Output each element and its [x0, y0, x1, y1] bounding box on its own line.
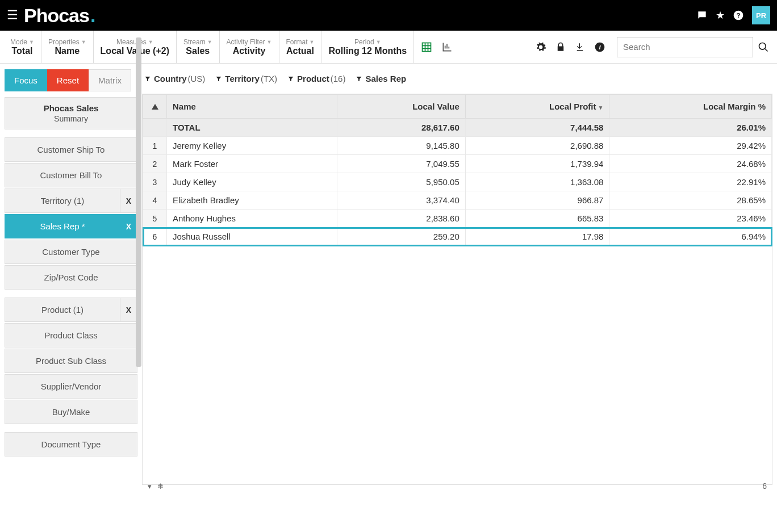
activity-filter-dropdown[interactable]: Activity Filter ▼ Activity — [220, 31, 279, 63]
scrollbar[interactable] — [136, 37, 141, 367]
cell-profit: 1,363.08 — [465, 173, 609, 191]
dimension-button[interactable]: Product (1) — [5, 298, 120, 322]
dimension-button[interactable]: Customer Ship To — [5, 137, 137, 162]
search-icon[interactable] — [753, 41, 774, 53]
brand-text: Phocas — [24, 5, 89, 27]
content-area: Country (US)Territory (TX)Product (16)Sa… — [142, 64, 777, 491]
dimension-item: Product Sub Class — [5, 349, 137, 373]
cell-name: Elizabeth Bradley — [167, 191, 337, 210]
lock-icon[interactable] — [555, 41, 566, 53]
search-input[interactable] — [617, 42, 753, 52]
filter-value: (US) — [188, 74, 206, 83]
dimension-button[interactable]: Supplier/Vendor — [5, 374, 137, 399]
settings-icon[interactable] — [535, 41, 546, 53]
dimension-button[interactable]: Document Type — [5, 432, 137, 456]
brand-logo[interactable]: Phocas. — [24, 5, 95, 27]
dimension-clear-button[interactable]: X — [120, 214, 137, 238]
svg-point-9 — [759, 43, 766, 49]
filter-chip[interactable]: Product (16) — [287, 74, 345, 83]
table-row[interactable]: 5Anthony Hughes2,838.60665.8323.46% — [143, 210, 772, 228]
dimension-clear-button[interactable]: X — [120, 188, 137, 213]
table-row[interactable]: 4Elizabeth Bradley3,374.40966.8728.65% — [143, 191, 772, 210]
dimension-item: Product (1)X — [5, 298, 137, 322]
dimension-clear-button[interactable]: X — [120, 298, 137, 322]
star-icon[interactable]: ★ — [716, 9, 725, 22]
mode-dropdown[interactable]: Mode ▼ Total — [3, 31, 41, 63]
brand-dot-icon: . — [90, 5, 95, 27]
reset-button[interactable]: Reset — [47, 69, 89, 91]
dimension-button[interactable]: Product Sub Class — [5, 349, 137, 373]
col-local-profit[interactable]: Local Profit▼ — [465, 95, 609, 119]
properties-value: Name — [55, 46, 80, 56]
filter-chip[interactable]: Territory (TX) — [215, 74, 277, 83]
snowflake-icon[interactable]: ❄ — [157, 482, 164, 491]
properties-dropdown[interactable]: Properties ▼ Name — [41, 31, 94, 63]
download-icon[interactable] — [575, 41, 585, 53]
cell-value: 7,049.55 — [337, 155, 466, 173]
dimension-item: Product Class — [5, 323, 137, 347]
caret-down-icon: ▼ — [310, 39, 315, 45]
col-name[interactable]: Name — [167, 95, 337, 119]
caret-down-icon: ▼ — [148, 39, 153, 45]
measures-value: Local Value (+2) — [101, 46, 169, 56]
menu-icon[interactable]: ☰ — [7, 8, 18, 23]
col-index[interactable] — [143, 95, 167, 119]
table-row[interactable]: 3Judy Kelley5,950.051,363.0822.91% — [143, 173, 772, 191]
matrix-button[interactable]: Matrix — [89, 69, 131, 91]
user-avatar[interactable]: PR — [752, 6, 770, 24]
dimension-item: Supplier/Vendor — [5, 374, 137, 399]
help-icon[interactable]: ? — [733, 10, 744, 21]
toolbar: Mode ▼ Total Properties ▼ Name Measures … — [0, 31, 777, 64]
dimension-button[interactable]: Customer Type — [5, 240, 137, 264]
cell-name: Mark Foster — [167, 155, 337, 173]
dimension-button[interactable]: Zip/Post Code — [5, 265, 137, 290]
period-value: Rolling 12 Months — [328, 46, 407, 56]
cell-margin: 23.46% — [609, 210, 772, 228]
filter-icon — [287, 76, 294, 82]
focus-button[interactable]: Focus — [5, 69, 47, 91]
chat-icon[interactable] — [696, 10, 708, 21]
cell-value: 259.20 — [337, 228, 466, 246]
filter-chip[interactable]: Country (US) — [144, 74, 205, 83]
filter-icon — [356, 76, 362, 82]
row-index: 6 — [143, 228, 167, 246]
grid-view-icon[interactable] — [421, 41, 432, 53]
dimension-button[interactable]: Buy/Make — [5, 400, 137, 424]
database-header[interactable]: Phocas Sales Summary — [5, 97, 137, 129]
caret-down-icon: ▼ — [29, 39, 34, 45]
dimension-item: Zip/Post Code — [5, 265, 137, 290]
table-row[interactable]: 2Mark Foster7,049.551,739.9424.68% — [143, 155, 772, 173]
format-dropdown[interactable]: Format ▼ Actual — [279, 31, 322, 63]
cell-name: Jeremy Kelley — [167, 137, 337, 155]
col-local-margin[interactable]: Local Margin % — [609, 95, 772, 119]
info-icon[interactable]: i — [594, 41, 605, 53]
col-local-value[interactable]: Local Value — [337, 95, 466, 119]
dimension-item: Sales Rep *X — [5, 214, 137, 238]
period-dropdown[interactable]: Period ▼ Rolling 12 Months — [321, 31, 414, 63]
filter-chip[interactable]: Sales Rep — [356, 74, 407, 83]
svg-rect-2 — [423, 43, 431, 51]
table-row[interactable]: 1Jeremy Kelley9,145.802,690.8829.42% — [143, 137, 772, 155]
row-index: 5 — [143, 210, 167, 228]
stream-label: Stream — [183, 38, 206, 46]
caret-down-icon: ▼ — [81, 39, 86, 45]
period-label: Period — [354, 38, 374, 46]
cell-value: 3,374.40 — [337, 191, 466, 210]
dimension-button[interactable]: Sales Rep * — [5, 214, 120, 238]
dimension-button[interactable]: Product Class — [5, 323, 137, 347]
dimension-button[interactable]: Customer Bill To — [5, 163, 137, 187]
mode-label: Mode — [10, 38, 27, 46]
measures-label: Measures — [116, 38, 147, 46]
table-row[interactable]: 6Joshua Russell259.2017.986.94% — [143, 228, 772, 246]
sidebar: Focus Reset Matrix Phocas Sales Summary … — [0, 64, 142, 491]
dimension-button[interactable]: Territory (1) — [5, 188, 120, 213]
stream-dropdown[interactable]: Stream ▼ Sales — [177, 31, 220, 63]
total-label: TOTAL — [167, 119, 337, 137]
chart-view-icon[interactable] — [441, 41, 453, 53]
cell-margin: 22.91% — [609, 173, 772, 191]
collapse-icon[interactable]: ▾ — [148, 482, 152, 491]
total-value: 28,617.60 — [337, 119, 466, 137]
dimension-item: Customer Ship To — [5, 137, 137, 162]
top-bar: ☰ Phocas. ★ ? PR — [0, 0, 777, 31]
measures-dropdown[interactable]: Measures ▼ Local Value (+2) — [94, 31, 177, 63]
